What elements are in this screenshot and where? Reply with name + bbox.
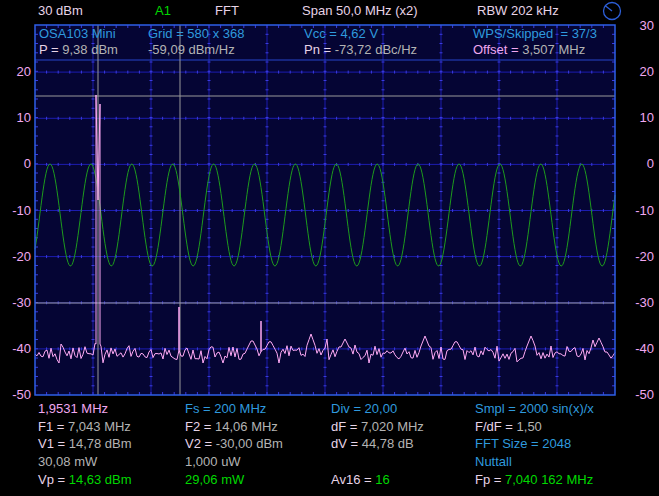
fs-readout: Fs = 200 MHz [185, 402, 266, 416]
device-model: OSA103 Mini [39, 27, 116, 41]
vp-readout: Vp = 14,63 dBm [38, 473, 132, 487]
averaging-readout: Av16 = 16 [331, 473, 390, 487]
phase-noise: Pn = -73,72 dBc/Hz [304, 43, 417, 57]
y-axis-label-left-10: 10 [5, 111, 31, 124]
y-axis-label-right--10: -10 [628, 204, 654, 217]
f2-readout: F2 = 14,06 MHz [185, 420, 278, 434]
y-axis-label-left--20: -20 [5, 250, 31, 263]
power-readout: P = 9,38 dBm [39, 43, 118, 57]
v1-readout: V1 = 14,78 dBm [38, 437, 132, 451]
div-readout: Div = 20,00 [331, 402, 397, 416]
y-axis-label-left--50: -50 [5, 388, 31, 401]
y-axis-label-left--10: -10 [5, 204, 31, 217]
y-axis-label-right--40: -40 [628, 342, 654, 355]
marker-delta-freq: 1,9531 MHz [38, 402, 108, 416]
fp-readout: Fp = 7,040 162 MHz [475, 473, 593, 487]
y-axis-label-left-0: 0 [5, 157, 31, 170]
vcc-readout: Vcc = 4,62 V [304, 27, 378, 41]
span-label: Span 50,0 MHz (x2) [302, 4, 418, 18]
ref-level-label: 30 dBm [38, 4, 83, 18]
p-total-watts: 29,06 mW [185, 473, 244, 487]
trace-a1-label: A1 [155, 4, 171, 18]
wps-skipped: WPS/Skipped = 37/3 [473, 27, 597, 41]
dv-readout: dV = 44,78 dB [331, 437, 414, 451]
grid-size: Grid = 580 x 368 [148, 27, 244, 41]
y-axis-label-right-30: 30 [628, 19, 654, 32]
df-readout: dF = 7,020 MHz [331, 420, 424, 434]
fft-size-readout: FFT Size = 2048 [475, 437, 571, 451]
fdf-readout: F/dF = 1,50 [475, 420, 542, 434]
y-axis-label-right-20: 20 [628, 65, 654, 78]
f1-readout: F1 = 7,043 MHz [38, 420, 131, 434]
v2-readout: V2 = -30,00 dBm [185, 437, 283, 451]
y-axis-label-right-0: 0 [628, 157, 654, 170]
y-axis-label-right--30: -30 [628, 296, 654, 309]
y-axis-label-left--30: -30 [5, 296, 31, 309]
window-function: Nuttall [475, 455, 512, 469]
y-axis-label-right--50: -50 [628, 388, 654, 401]
sample-readout: Smpl = 2000 sin(x)/x [475, 402, 594, 416]
y-axis-label-right-10: 10 [628, 111, 654, 124]
noise-density: -59,09 dBm/Hz [148, 43, 235, 57]
p2-watts: 1,000 uW [185, 455, 241, 469]
sweep-clock-hand-icon [605, 6, 612, 12]
rbw-label: RBW 202 kHz [477, 4, 559, 18]
y-axis-label-right--20: -20 [628, 250, 654, 263]
y-axis-label-left--40: -40 [5, 342, 31, 355]
y-axis-label-left-20: 20 [5, 65, 31, 78]
mode-fft-label: FFT [215, 4, 239, 18]
p1-watts: 30,08 mW [38, 455, 97, 469]
osa103-fft-screen: 30 dBmA1FFTSpan 50,0 MHz (x2)RBW 202 kHz… [0, 0, 659, 496]
offset-readout: Offset = 3,507 MHz [473, 43, 585, 57]
